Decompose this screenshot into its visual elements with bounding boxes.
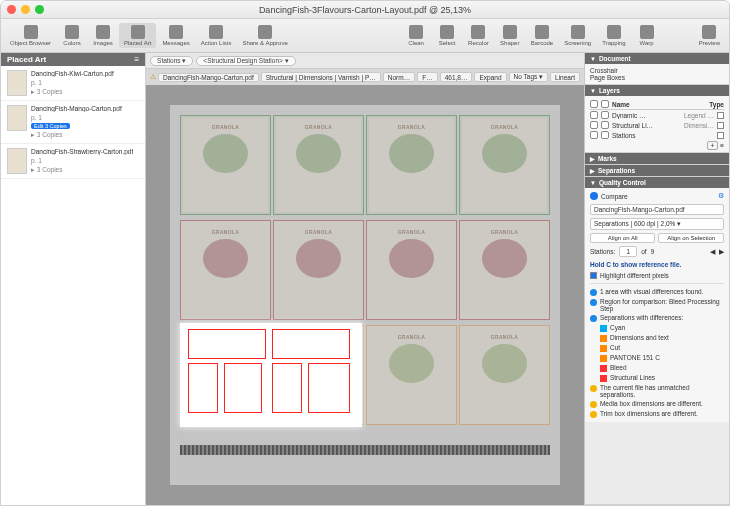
toolbar-select[interactable]: Select [432,23,462,48]
docbar-segment[interactable]: 461,8… [440,72,473,82]
marks-section-header[interactable]: ▶Marks [585,153,729,164]
toolbar-colors[interactable]: Colors [57,23,87,48]
add-layer-button[interactable]: + [707,141,719,150]
doc-name[interactable]: DancingFish-Mango-Carton.pdf [158,73,259,82]
toolbar-screening[interactable]: Screening [559,23,596,48]
toolbar-images[interactable]: Images [88,23,118,48]
qc-separation: Cut [600,343,724,353]
edit-copies-badge[interactable]: Edit 3 Copies [31,123,70,129]
toolbar-messages[interactable]: Messages [157,23,194,48]
qc-separation: Dimensions and text [600,333,724,343]
thumbnail [7,70,27,96]
separations-field[interactable]: Separations | 600 dpi | 2,0% ▾ [590,218,724,230]
qc-message: Region for comparison: Bleed Processing … [590,297,724,313]
toolbar-share-approve[interactable]: Share & Approve [237,23,292,48]
main-toolbar: Object BrowserColorsImagesPlaced ArtMess… [1,19,729,53]
qc-message: 1 area with visual differences found. [590,287,724,297]
thumbnail [7,148,27,174]
sidebar-placed-art: Placed Art≡ DancingFish-Kiwi-Carton.pdfp… [1,53,146,505]
layer-check[interactable] [717,122,724,129]
qc-warning: The current file has unmatched separatio… [590,383,724,399]
qc-separation: Structural Lines [600,373,724,383]
canvas[interactable]: GRANOLAGRANOLAGRANOLAGRANOLA GRANOLAGRAN… [146,85,584,505]
lock-toggle[interactable] [601,131,609,139]
lock-toggle[interactable] [601,121,609,129]
toolbar-shaper[interactable]: Shaper [495,23,525,48]
toolbar-action-lists[interactable]: Action Lists [196,23,237,48]
docbar-segment[interactable]: Lineart [550,72,580,82]
docbar-segment[interactable]: Structural | Dimensions | Varnish | P… [261,72,381,82]
next-station-button[interactable]: ▶ [719,248,724,256]
window-title: DancingFish-3Flavours-Carton-Layout.pdf … [1,5,729,15]
lock-icon [601,100,609,108]
toolbar-warp[interactable]: Warp [632,23,662,48]
layers-menu-icon[interactable]: ≡ [720,142,724,149]
qc-separation: Bleed [600,363,724,373]
canvas-area: Stations ▾ <Structural Design Station> ▾… [146,53,584,505]
align-all-button[interactable]: Align on All [590,233,656,243]
layer-row[interactable]: Stations [590,130,724,140]
qc-message: Separations with differences: [590,313,724,323]
panel-menu-icon[interactable]: ≡ [134,55,139,64]
toolbar-barcode[interactable]: Barcode [526,23,558,48]
qc-settings-icon[interactable]: ⚙ [718,192,724,200]
toolbar-object-browser[interactable]: Object Browser [5,23,56,48]
placed-item[interactable]: DancingFish-Strawberry-Carton.pdfp. 1▸ 3… [1,144,145,179]
placed-art-header: Placed Art≡ [1,53,145,66]
toolbar-placed-art[interactable]: Placed Art [119,23,156,48]
qc-separation: PANTONE 151 C [600,353,724,363]
stations-dropdown[interactable]: Stations ▾ [150,56,193,66]
lock-toggle[interactable] [601,111,609,119]
diff-highlight-region [180,323,362,427]
toolbar-sep [663,23,693,48]
document-section-header[interactable]: ▼Document [585,53,729,64]
compare-label: Compare [601,193,628,200]
layer-check[interactable] [717,112,724,119]
layers-section-header[interactable]: ▼Layers [585,85,729,96]
layer-row[interactable]: Structural Li…Dimensi… [590,120,724,130]
titlebar: DancingFish-3Flavours-Carton-Layout.pdf … [1,1,729,19]
toolbar-preview[interactable]: Preview [694,23,725,48]
pageboxes-row[interactable]: Page Boxes [590,74,724,81]
doc-warn-icon: ⚠ [150,73,156,81]
layer-row[interactable]: Dynamic …Legend … [590,110,724,120]
color-bar [180,445,550,455]
eye-icon [590,100,598,108]
stations-label: Stations: [590,248,615,255]
toolbar-clean[interactable]: Clean [401,23,431,48]
highlight-checkbox[interactable] [590,272,597,279]
align-selection-button[interactable]: Align on Selection [658,233,724,243]
docbar-segment[interactable]: No Tags ▾ [509,72,549,82]
station-index-field[interactable]: 1 [619,246,637,257]
station-option-dropdown[interactable]: <Structural Design Station> ▾ [196,56,295,66]
right-panel: ▼Document Crosshair Page Boxes ▼Layers N… [584,53,729,505]
placed-item[interactable]: DancingFish-Mango-Carton.pdfp. 1Edit 3 C… [1,101,145,144]
visibility-toggle[interactable] [590,121,598,129]
visibility-toggle[interactable] [590,131,598,139]
hold-c-hint: Hold C to show reference file. [590,261,724,268]
app-window: DancingFish-3Flavours-Carton-Layout.pdf … [0,0,730,506]
layer-check[interactable] [717,132,724,139]
placed-item[interactable]: DancingFish-Kiwi-Carton.pdfp. 1▸ 3 Copie… [1,66,145,101]
toolbar-recolor[interactable]: Recolor [463,23,494,48]
qc-warning: Media box dimensions are different. [590,399,724,409]
docbar-segment[interactable]: Norm… [383,72,415,82]
qc-section-header[interactable]: ▼Quality Control [585,177,729,188]
prev-station-button[interactable]: ◀ [710,248,715,256]
document-bar: ⚠ DancingFish-Mango-Carton.pdf Structura… [146,69,584,85]
thumbnail [7,105,27,131]
qc-separation: Cyan [600,323,724,333]
stations-bar: Stations ▾ <Structural Design Station> ▾ [146,53,584,69]
separations-section-header[interactable]: ▶Separations [585,165,729,176]
visibility-toggle[interactable] [590,111,598,119]
toolbar-trapping[interactable]: Trapping [597,23,630,48]
radio-icon[interactable] [590,192,598,200]
reference-file-field[interactable]: DancingFish-Mango-Carton.pdf [590,204,724,215]
qc-warning: Trim box dimensions are different. [590,409,724,419]
docbar-segment[interactable]: Expand [474,72,506,82]
docbar-segment[interactable]: F… [417,72,437,82]
crosshair-row[interactable]: Crosshair [590,67,724,74]
layout-sheet: GRANOLAGRANOLAGRANOLAGRANOLA GRANOLAGRAN… [170,105,560,485]
